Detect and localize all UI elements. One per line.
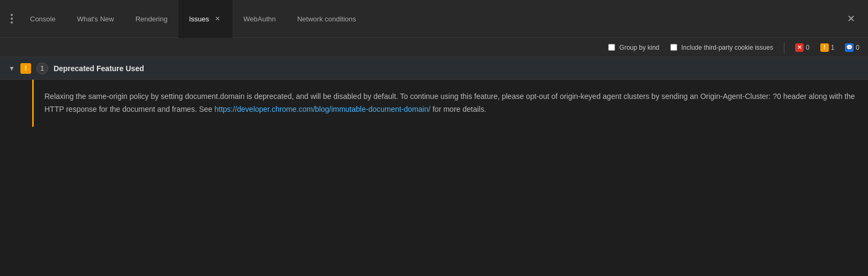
include-third-party-checkbox[interactable] xyxy=(670,44,677,51)
include-third-party-checkbox-label[interactable]: Include third-party cookie issues xyxy=(670,44,773,51)
error-count: 0 xyxy=(806,44,810,51)
tab-whats-new-label: What's New xyxy=(77,15,114,23)
issue-group-title: Deprecated Feature Used xyxy=(54,64,144,73)
warning-badge-icon: ! xyxy=(820,43,829,52)
tab-console-label: Console xyxy=(30,15,56,23)
include-third-party-label: Include third-party cookie issues xyxy=(682,44,773,51)
issue-group-header[interactable]: ▼ ! 1 Deprecated Feature Used xyxy=(0,57,868,80)
close-devtools-button[interactable]: ✕ xyxy=(839,13,864,25)
tab-network-conditions[interactable]: Network conditions xyxy=(287,0,367,38)
badge-errors[interactable]: ✕ 0 xyxy=(795,43,810,52)
tab-webauthn[interactable]: WebAuthn xyxy=(233,0,286,38)
group-by-kind-checkbox[interactable] xyxy=(608,44,615,51)
tab-issues-close[interactable]: ✕ xyxy=(213,14,222,23)
badge-warnings[interactable]: ! 1 xyxy=(820,43,835,52)
tab-rendering[interactable]: Rendering xyxy=(125,0,178,38)
warning-count: 1 xyxy=(831,44,835,51)
tab-whats-new[interactable]: What's New xyxy=(66,0,125,38)
warning-icon: ! xyxy=(20,63,31,74)
group-by-kind-checkbox-label[interactable]: Group by kind xyxy=(608,44,660,51)
tab-rendering-label: Rendering xyxy=(136,15,168,23)
issue-link[interactable]: https://developer.chrome.com/blog/immuta… xyxy=(214,105,430,113)
issue-content: Relaxing the same-origin policy by setti… xyxy=(32,80,868,127)
tab-network-conditions-label: Network conditions xyxy=(297,15,356,23)
tab-issues[interactable]: Issues ✕ xyxy=(178,0,233,38)
toolbar: Group by kind Include third-party cookie… xyxy=(0,38,868,57)
issue-count-badge: 1 xyxy=(36,63,48,74)
toolbar-divider xyxy=(784,42,784,53)
issues-container: ▼ ! 1 Deprecated Feature Used Relaxing t… xyxy=(0,57,868,127)
chevron-icon: ▼ xyxy=(9,65,15,72)
tab-issues-label: Issues xyxy=(189,15,209,23)
group-by-kind-label: Group by kind xyxy=(619,44,660,51)
tab-console[interactable]: Console xyxy=(19,0,66,38)
tab-more-options[interactable] xyxy=(4,14,19,24)
tab-bar: Console What's New Rendering Issues ✕ We… xyxy=(0,0,868,38)
badge-info[interactable]: 💬 0 xyxy=(845,43,859,52)
info-count: 0 xyxy=(856,44,859,51)
error-badge-icon: ✕ xyxy=(795,43,804,52)
tab-webauthn-label: WebAuthn xyxy=(243,15,275,23)
issue-description-suffix: for more details. xyxy=(430,105,486,113)
info-badge-icon: 💬 xyxy=(845,43,854,52)
close-icon: ✕ xyxy=(847,13,855,24)
issue-description: Relaxing the same-origin policy by setti… xyxy=(44,90,855,116)
